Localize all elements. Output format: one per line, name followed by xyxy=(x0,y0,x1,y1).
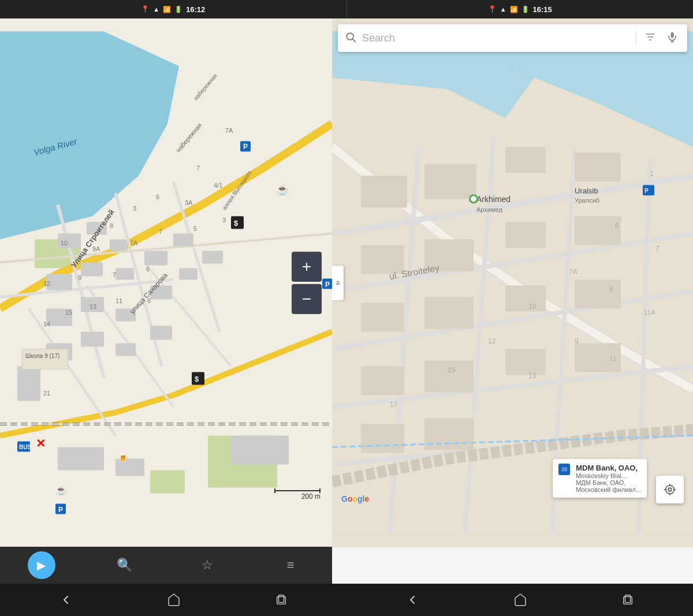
svg-text:11: 11 xyxy=(609,355,616,362)
svg-text:🍺: 🍺 xyxy=(117,451,129,462)
svg-rect-110 xyxy=(361,367,404,395)
svg-line-140 xyxy=(353,39,356,42)
wifi-icon-right: ▲ xyxy=(500,6,506,13)
sidebar-toggle-button[interactable]: ≡ xyxy=(332,266,344,300)
back-button-right[interactable] xyxy=(405,593,419,607)
search-input[interactable]: Search xyxy=(362,32,630,44)
nav-search-button[interactable]: 🔍 xyxy=(83,558,166,573)
svg-text:8: 8 xyxy=(110,222,113,229)
home-button-left[interactable] xyxy=(167,593,181,607)
svg-text:6: 6 xyxy=(615,222,619,230)
svg-text:7: 7 xyxy=(196,165,200,171)
left-nav-bar: ▶ 🔍 ☆ ≡ xyxy=(0,547,332,584)
search-nav-icon: 🔍 xyxy=(117,558,132,573)
svg-text:P: P xyxy=(325,281,330,289)
svg-text:Uralsib: Uralsib xyxy=(575,186,598,195)
back-button-left[interactable] xyxy=(59,593,73,607)
nav-menu-button[interactable]: ≡ xyxy=(249,558,332,573)
svg-rect-104 xyxy=(505,222,546,248)
svg-text:P: P xyxy=(243,143,248,151)
svg-rect-23 xyxy=(173,234,193,247)
zoom-controls: + − xyxy=(292,252,322,314)
svg-text:3: 3 xyxy=(133,205,136,212)
svg-rect-98 xyxy=(361,176,407,208)
svg-rect-141 xyxy=(671,32,674,38)
svg-rect-99 xyxy=(424,165,476,199)
scale-line xyxy=(274,490,321,491)
svg-rect-21 xyxy=(116,268,134,280)
scale-label: 200 m xyxy=(301,492,321,501)
svg-text:BUS: BUS xyxy=(19,444,31,450)
left-panel-osmand: P P P ☕ ☕ 🍺 $ $ BUS ✕ Volga R xyxy=(0,18,332,584)
svg-rect-34 xyxy=(17,367,40,401)
google-logo: Google xyxy=(341,494,369,503)
zoom-out-button[interactable]: − xyxy=(292,284,322,314)
right-map-container[interactable]: ul. Stroiteley 1 6 7 7А 8 10 11А 12 9 11… xyxy=(332,18,693,547)
svg-text:11А: 11А xyxy=(644,309,655,316)
svg-text:15: 15 xyxy=(448,366,456,374)
recents-button-right[interactable] xyxy=(621,593,634,606)
svg-text:10: 10 xyxy=(61,240,68,247)
svg-rect-32 xyxy=(116,344,136,356)
search-divider xyxy=(636,31,636,45)
svg-rect-31 xyxy=(81,332,104,347)
time-right: 16:15 xyxy=(533,5,552,14)
svg-text:15: 15 xyxy=(65,309,72,316)
svg-text:5: 5 xyxy=(193,225,197,232)
android-nav-left xyxy=(0,593,346,607)
nav-favorites-button[interactable]: ☆ xyxy=(166,558,249,573)
svg-rect-106 xyxy=(361,303,404,332)
svg-rect-105 xyxy=(575,216,621,245)
svg-text:1: 1 xyxy=(650,170,654,178)
svg-text:6: 6 xyxy=(147,297,151,304)
svg-text:Arkhimed: Arkhimed xyxy=(476,195,511,204)
svg-text:9А: 9А xyxy=(92,245,100,252)
nav-location-button[interactable]: ▶ xyxy=(0,551,83,579)
svg-text:21: 21 xyxy=(43,390,50,397)
search-filter-button[interactable] xyxy=(642,29,658,48)
recents-button-left[interactable] xyxy=(275,593,288,606)
wifi-icon-left: ▲ xyxy=(153,6,159,13)
mdm-bank-ru: МДМ Банк, ОАО, xyxy=(576,479,641,486)
right-panel-google: ul. Stroiteley 1 6 7 7А 8 10 11А 12 9 11… xyxy=(332,18,693,584)
left-map-svg: P P P ☕ ☕ 🍺 $ $ BUS ✕ Volga R xyxy=(0,18,332,547)
svg-text:12: 12 xyxy=(43,280,50,287)
svg-text:17: 17 xyxy=(390,401,398,409)
svg-text:☕: ☕ xyxy=(276,184,289,196)
svg-text:9: 9 xyxy=(78,274,81,281)
svg-text:P: P xyxy=(644,188,649,194)
svg-text:8: 8 xyxy=(609,285,613,293)
svg-rect-22 xyxy=(144,251,167,266)
svg-rect-115 xyxy=(424,419,474,450)
location-fab-left[interactable]: ▶ xyxy=(28,551,55,579)
main-content: P P P ☕ ☕ 🍺 $ $ BUS ✕ Volga R xyxy=(0,18,693,584)
svg-text:7: 7 xyxy=(159,228,162,235)
svg-rect-100 xyxy=(505,147,546,173)
svg-rect-109 xyxy=(575,280,621,309)
signal-icon-left: 📶 xyxy=(163,6,171,13)
svg-rect-149 xyxy=(625,595,631,603)
time-left: 16:12 xyxy=(186,5,205,14)
svg-text:7А: 7А xyxy=(130,240,138,247)
svg-text:Архимед: Архимед xyxy=(476,206,502,213)
svg-rect-5 xyxy=(150,471,185,494)
right-bottom-bar xyxy=(332,547,693,584)
search-mic-button[interactable] xyxy=(664,29,680,48)
menu-nav-icon: ≡ xyxy=(287,558,295,573)
location-fab-right[interactable] xyxy=(656,476,684,503)
home-button-right[interactable] xyxy=(513,593,527,607)
zoom-in-button[interactable]: + xyxy=(292,252,322,282)
left-map-container[interactable]: P P P ☕ ☕ 🍺 $ $ BUS ✕ Volga R xyxy=(0,18,332,547)
mdm-bank-info-card[interactable]: 20 MDM Bank, OAO, Moskovskiy filial... М… xyxy=(553,459,647,498)
svg-text:3: 3 xyxy=(222,216,226,223)
search-bar[interactable]: Search xyxy=(338,24,687,52)
svg-text:11: 11 xyxy=(116,297,122,304)
svg-rect-18 xyxy=(110,240,127,251)
svg-text:6: 6 xyxy=(146,266,150,272)
status-bar-left: 📍 ▲ 📶 🔋 16:12 xyxy=(0,0,347,18)
battery-icon-right: 🔋 xyxy=(521,6,530,13)
svg-text:10: 10 xyxy=(528,303,536,311)
svg-text:Школа 9 (17): Школа 9 (17) xyxy=(25,353,59,359)
svg-rect-147 xyxy=(279,595,284,603)
svg-rect-112 xyxy=(505,349,546,375)
